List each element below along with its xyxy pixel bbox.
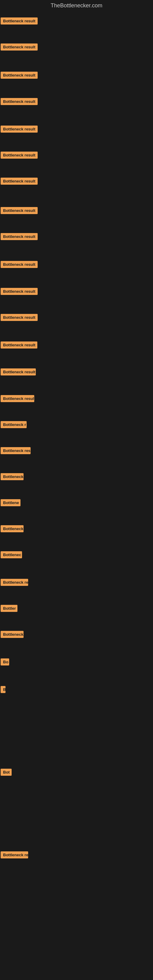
bottleneck-item: Bottleneck result [1, 368, 36, 377]
bottleneck-badge: Bottleneck result [1, 98, 38, 105]
bottleneck-item: Bottleneck result [1, 151, 38, 160]
bottleneck-item: Bottleneck result [1, 342, 37, 350]
bottleneck-item: Bottleneck result [1, 126, 38, 134]
bottleneck-badge: Bottleneck [1, 525, 24, 532]
bottleneck-item: Bottleneck result [1, 261, 38, 269]
bottleneck-item: Bottleneck re [1, 579, 28, 587]
bottleneck-item: Bottleneck resu [1, 447, 30, 455]
bottleneck-badge: Bottleneck result [1, 233, 38, 240]
bottleneck-badge: Bottleneck result [1, 178, 38, 185]
bottleneck-badge: B [1, 686, 5, 693]
bottleneck-item: Bottleneck result [1, 43, 38, 52]
bottleneck-item: Bottleneck result [1, 314, 38, 322]
bottleneck-badge: Bottleneck [1, 631, 24, 638]
bottleneck-item: Bottlenec [1, 551, 22, 560]
bottleneck-badge: Bottleneck result [1, 395, 34, 402]
bottleneck-item: Bottleneck result [1, 72, 38, 80]
bottleneck-item: Bottleneck r [1, 421, 27, 430]
bottleneck-badge: Bottleneck result [1, 72, 38, 79]
bottleneck-badge: Bottleneck result [1, 342, 37, 348]
bottleneck-badge: Bottleneck result [1, 126, 38, 133]
bottleneck-badge: Bottleneck [1, 473, 24, 480]
bottleneck-badge: Bottlene [1, 499, 21, 506]
bottleneck-item: Bottleneck re [1, 851, 28, 860]
bottleneck-item: Bottleneck result [1, 178, 38, 186]
bottleneck-item: Bottleneck [1, 525, 24, 533]
bottleneck-item: Bo [1, 659, 9, 667]
bottleneck-item: Bottlene [1, 499, 21, 508]
bottleneck-badge: Bottleneck re [1, 579, 28, 586]
bottleneck-item: B [1, 686, 5, 694]
bottleneck-badge: Bo [1, 659, 9, 665]
bottleneck-item: Bottleneck result [1, 233, 38, 241]
bottleneck-item: Bottleneck result [1, 98, 38, 106]
bottleneck-badge: Bottlenec [1, 551, 22, 558]
bottleneck-badge: Bottleneck result [1, 288, 38, 295]
bottleneck-badge: Bottleneck result [1, 43, 38, 51]
bottleneck-item: Bottler [1, 605, 18, 613]
bottleneck-item: Bottleneck result [1, 18, 38, 26]
site-title: TheBottlenecker.com [0, 0, 153, 11]
bottleneck-item: Bottleneck result [1, 395, 34, 403]
bottleneck-badge: Bottleneck result [1, 368, 36, 375]
bottleneck-badge: Bottleneck r [1, 421, 27, 428]
bottleneck-badge: Bottleneck result [1, 207, 38, 214]
bottleneck-item: Bottleneck [1, 473, 24, 481]
bottleneck-item: Bottleneck result [1, 288, 38, 296]
bottleneck-badge: Bottleneck result [1, 261, 38, 268]
bottleneck-item: Bottleneck result [1, 207, 38, 215]
bottleneck-badge: Bottler [1, 605, 18, 612]
bottleneck-badge: Bottleneck re [1, 851, 28, 858]
bottleneck-badge: Bottleneck result [1, 18, 38, 24]
bottleneck-badge: Bottleneck result [1, 314, 38, 321]
bottleneck-badge: Bot [1, 769, 12, 776]
bottleneck-badge: Bottleneck resu [1, 447, 30, 454]
bottleneck-badge: Bottleneck result [1, 151, 38, 159]
bottleneck-item: Bottleneck [1, 631, 24, 639]
bottleneck-item: Bot [1, 769, 12, 777]
